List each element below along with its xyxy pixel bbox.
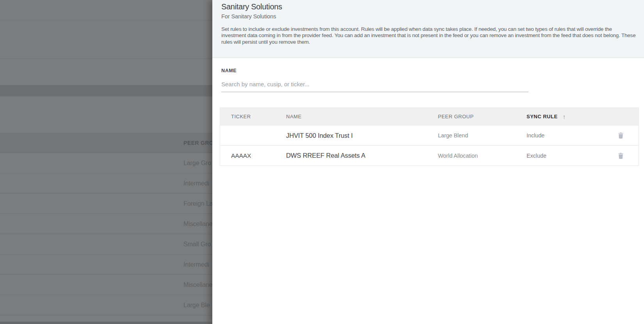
name-cell: DWS RREEF Real Assets A — [286, 152, 438, 159]
rules-table-header-row: TICKER NAME PEER GROUP SYNC RULE ↑ — [220, 107, 639, 126]
actions-cell — [603, 131, 639, 140]
background-row-label: Miscellane — [183, 221, 213, 228]
ticker-cell: AAAAX — [220, 152, 286, 159]
background-row-label: Intermedi — [183, 261, 209, 268]
trash-icon — [618, 153, 623, 159]
column-header-ticker[interactable]: TICKER — [220, 114, 286, 119]
rules-table: TICKER NAME PEER GROUP SYNC RULE ↑ JHVIT… — [220, 107, 639, 166]
table-row[interactable]: AAAAX DWS RREEF Real Assets A World Allo… — [220, 146, 639, 166]
background-peer-group-header: PEER GRO — [183, 140, 213, 146]
trash-icon — [618, 132, 623, 139]
sort-arrow-up-icon: ↑ — [563, 113, 566, 120]
search-section: NAME — [212, 58, 644, 92]
delete-row-button[interactable] — [617, 151, 625, 160]
drawer-subtitle: For Sanitary Solutions — [221, 13, 639, 20]
table-row[interactable]: JHVIT 500 Index Trust I Large Blend Incl… — [220, 126, 639, 146]
column-header-name[interactable]: NAME — [286, 114, 438, 119]
sync-rule-header-label: SYNC RULE — [527, 114, 558, 119]
peer-group-cell: Large Blend — [438, 132, 527, 139]
column-header-sync-rule[interactable]: SYNC RULE ↑ — [527, 113, 603, 120]
delete-row-button[interactable] — [617, 131, 625, 140]
background-row-label: Foreign La — [183, 200, 213, 207]
column-header-peer-group[interactable]: PEER GROUP — [438, 114, 527, 119]
background-row-label: Large Gro — [183, 160, 211, 167]
background-row-label: Large Ble — [183, 302, 210, 309]
drawer-title: Sanitary Solutions — [221, 2, 639, 11]
actions-cell — [603, 151, 639, 160]
sync-rule-cell: Include — [527, 132, 603, 139]
peer-group-cell: World Allocation — [438, 153, 527, 159]
drawer-description: Set rules to include or exclude investme… — [221, 26, 636, 45]
background-row-label: Small Gro — [183, 241, 211, 248]
search-input[interactable] — [221, 79, 528, 92]
background-row-label: Intermedi — [183, 180, 209, 187]
background-row-label: Miscellane — [183, 281, 213, 288]
name-cell: JHVIT 500 Index Trust I — [286, 132, 438, 139]
name-label: NAME — [221, 68, 644, 73]
sync-rule-cell: Exclude — [527, 153, 603, 159]
investment-rules-drawer: Sanitary Solutions For Sanitary Solution… — [212, 0, 644, 324]
drawer-header: Sanitary Solutions For Sanitary Solution… — [212, 0, 644, 58]
